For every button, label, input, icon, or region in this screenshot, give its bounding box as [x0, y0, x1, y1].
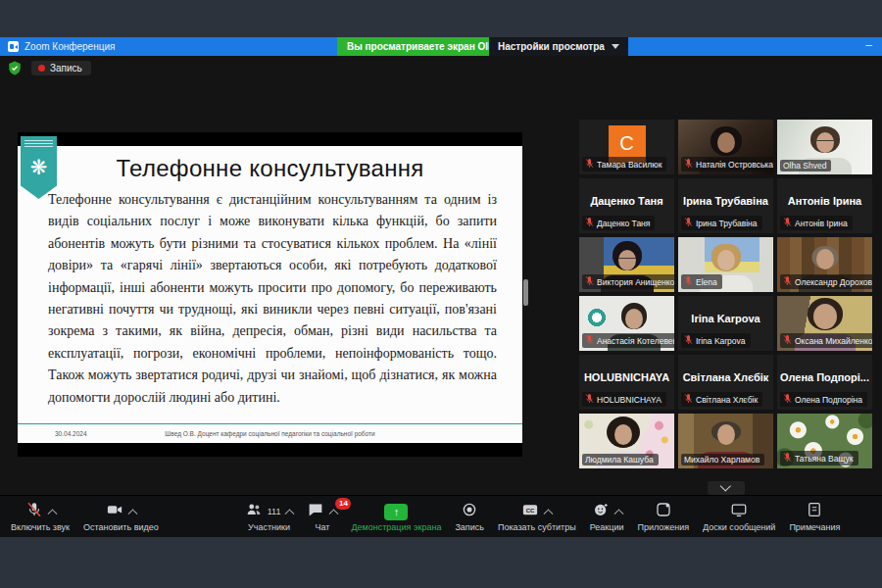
- participant-label-text: Наталія Островська: [696, 160, 773, 170]
- toolbar: Включить звукОстановить видео111Участник…: [0, 495, 882, 537]
- toolbar-stop-video-button[interactable]: Остановить видео: [76, 496, 166, 537]
- toolbar-notes-button[interactable]: Примечания: [782, 496, 847, 537]
- participant-tile-13[interactable]: HOLUBNICHAYAHOLUBNICHAYA: [579, 355, 674, 410]
- toolbar-label: Демонстрация экрана: [351, 522, 441, 532]
- participant-tile-1[interactable]: CТамара Василюк: [579, 120, 674, 174]
- whiteboards-icon: [730, 501, 748, 522]
- participant-name-label: Світлана Хлєбік: [681, 392, 762, 407]
- participant-name-label: Elena: [681, 274, 722, 289]
- muted-mic-icon: [585, 393, 594, 406]
- participant-tile-7[interactable]: Виктория Анищенко: [579, 237, 674, 292]
- participant-tile-12[interactable]: Оксана Михайленко: [777, 296, 872, 351]
- participant-tile-3[interactable]: Olha Shved: [777, 120, 872, 174]
- participant-label-text: Михайло Харламов: [684, 455, 760, 465]
- muted-mic-icon: [585, 158, 594, 171]
- participant-tile-18[interactable]: Татьяна Ващук: [777, 414, 872, 468]
- toolbar-label: Реакции: [590, 522, 624, 532]
- participant-label-text: Світлана Хлєбік: [696, 395, 758, 405]
- view-options-button[interactable]: Настройки просмотра: [489, 37, 628, 56]
- muted-mic-icon: [684, 275, 693, 288]
- participant-label-text: Людмила Кашуба: [585, 455, 654, 465]
- toolbar-chat-button[interactable]: 14Чат: [300, 496, 344, 537]
- muted-mic-icon: [783, 334, 792, 347]
- toolbar-label: Доски сообщений: [703, 522, 775, 532]
- participant-tile-5[interactable]: Ірина ТрубавінаІрина Трубавіна: [678, 178, 773, 233]
- status-strip: Запись: [8, 61, 91, 75]
- participant-tile-6[interactable]: Антонів ІринаАнтонів Ірина: [777, 178, 872, 233]
- chevron-up-icon[interactable]: [544, 509, 554, 518]
- toolbar-whiteboards-button[interactable]: Доски сообщений: [696, 496, 782, 537]
- participant-tile-2[interactable]: Наталія Островська: [678, 120, 773, 174]
- toolbar-reactions-button[interactable]: Реакции: [583, 496, 631, 537]
- toolbar-unmute-button[interactable]: Включить звук: [4, 496, 76, 537]
- participant-label-text: Татьяна Ващук: [795, 454, 854, 464]
- participant-name-label: Оксана Михайленко: [780, 333, 872, 348]
- more-participants-button[interactable]: [708, 481, 745, 495]
- toolbar-record-button[interactable]: Запись: [448, 496, 491, 537]
- recording-label: Запись: [50, 63, 82, 74]
- participant-tile-17[interactable]: Михайло Харламов: [678, 414, 773, 468]
- minimize-button[interactable]: –: [865, 37, 872, 56]
- chevron-up-icon[interactable]: [47, 509, 57, 518]
- participant-label-text: Тамара Василюк: [597, 160, 662, 170]
- muted-mic-icon: [783, 452, 792, 465]
- slide-footer: 30.04.2024 Швед О.В. Доцент кафедри соці…: [18, 423, 522, 443]
- toolbar-label: Чат: [315, 522, 329, 532]
- participant-name: Антонів Ірина: [779, 195, 870, 207]
- chevron-up-icon[interactable]: [613, 509, 623, 518]
- reactions-icon: [592, 501, 610, 522]
- muted-mic-icon: [684, 393, 693, 406]
- participant-tile-4[interactable]: Даценко ТаняДаценко Таня: [579, 178, 674, 233]
- participant-label-text: Олена Подпоріна: [795, 395, 862, 405]
- unmute-icon: [25, 501, 43, 522]
- zoom-window: Zoom Конференция Вы просматриваете экран…: [0, 37, 882, 537]
- participants-panel: CТамара ВасилюкНаталія ОстровськаOlha Sh…: [579, 120, 875, 468]
- participant-name: Світлана Хлєбік: [680, 371, 771, 383]
- chevron-down-icon: [720, 480, 731, 491]
- title-bar: Zoom Конференция Вы просматриваете экран…: [0, 37, 882, 56]
- slide-body-text: Телефонне консультування є дистанційним …: [48, 189, 497, 409]
- slide-title: Телефонне консультування: [18, 146, 522, 182]
- muted-mic-icon: [684, 334, 693, 347]
- recording-indicator[interactable]: Запись: [31, 61, 91, 75]
- participant-name: Даценко Таня: [581, 195, 672, 207]
- chevron-up-icon[interactable]: [285, 509, 295, 518]
- toolbar-label: Участники: [248, 522, 290, 532]
- notes-icon: [806, 501, 823, 522]
- participants-icon: [245, 501, 263, 522]
- participant-tile-10[interactable]: Анастасія Котелевець: [579, 296, 674, 351]
- participant-tile-14[interactable]: Світлана ХлєбікСвітлана Хлєбік: [678, 355, 773, 410]
- muted-mic-icon: [585, 217, 594, 229]
- participant-name-label: Даценко Таня: [582, 216, 655, 230]
- captions-icon: CC: [521, 501, 539, 522]
- participant-label-text: Даценко Таня: [597, 219, 650, 228]
- toolbar-share-button[interactable]: ↑Демонстрация экрана: [344, 496, 448, 537]
- participant-name-label: Антонів Ірина: [780, 216, 853, 230]
- participant-label-text: Elena: [696, 277, 717, 287]
- participant-label-text: Олександр Дорохов: [795, 277, 872, 287]
- participant-label-text: Анастасія Котелевець: [597, 336, 674, 346]
- participant-name-label: Олена Подпоріна: [780, 392, 867, 407]
- toolbar-participants-button[interactable]: 111Участники: [238, 496, 301, 537]
- muted-mic-icon: [783, 275, 792, 288]
- toolbar-captions-button[interactable]: CCПоказать субтитры: [491, 496, 583, 537]
- participant-label-text: Антонів Ірина: [795, 219, 848, 228]
- security-shield-icon[interactable]: [8, 61, 22, 75]
- participant-tile-16[interactable]: Людмила Кашуба: [579, 414, 674, 468]
- participant-tile-11[interactable]: Irina KarpovaIrina Karpova: [678, 296, 773, 351]
- participant-name-label: Olha Shved: [780, 160, 831, 172]
- muted-mic-icon: [585, 275, 594, 288]
- participants-grid: CТамара ВасилюкНаталія ОстровськаOlha Sh…: [579, 120, 875, 468]
- university-shield-logo: ❋: [21, 136, 57, 199]
- chevron-up-icon[interactable]: [329, 509, 339, 518]
- toolbar-apps-button[interactable]: Приложения: [630, 496, 696, 537]
- participant-name-label: Анастасія Котелевець: [582, 333, 674, 348]
- chevron-up-icon[interactable]: [127, 509, 137, 518]
- slide-scrollbar-thumb[interactable]: [523, 279, 528, 306]
- participant-tile-8[interactable]: Elena: [678, 237, 773, 292]
- participants-count: 111: [268, 507, 281, 516]
- participant-tile-15[interactable]: Олена Подпорі...Олена Подпоріна: [777, 355, 872, 410]
- participant-label-text: Ірина Трубавіна: [696, 219, 758, 228]
- participant-tile-9[interactable]: Олександр Дорохов: [777, 237, 872, 292]
- muted-mic-icon: [783, 393, 792, 406]
